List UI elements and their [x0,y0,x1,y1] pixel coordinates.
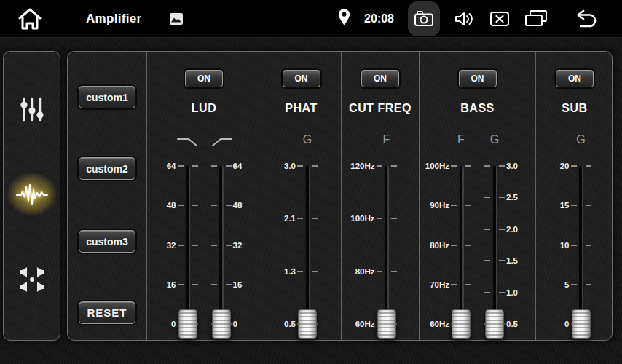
tick-dash [297,271,303,272]
tick-dash [571,245,577,246]
tick-dash [465,284,471,285]
fader-track[interactable] [460,166,462,324]
tick-dash [297,218,303,219]
speaker-balance-icon [18,266,46,293]
channel-sub: ONSUBG20151050 [535,52,613,340]
tick-dash [226,245,232,246]
tick-dash [192,245,198,246]
tick-dash [484,197,490,198]
tick-dash [211,284,217,285]
recent-apps-button[interactable] [524,9,548,28]
wallpaper-button[interactable] [169,12,184,25]
tick-dash [312,271,318,272]
volume-button[interactable] [454,10,476,28]
tick-dash [499,260,505,261]
tick-dash [211,245,217,246]
tick-label: 64 [141,161,176,171]
tick-label: 80Hz [414,240,449,250]
tick-dash [499,292,505,293]
screenshot-button[interactable] [408,1,440,36]
channel-title: LUD [147,102,261,115]
tick-label: 32 [141,240,176,250]
tick-dash [178,165,184,167]
tick-dash [586,284,591,285]
slider-gain-label: G [480,133,509,146]
volume-icon [454,10,476,28]
channel-cut-freq: ONCUT FREQF120Hz100Hz80Hz60Hz [341,52,419,340]
tick-label: 10 [535,240,570,250]
lowpass-curve-icon [176,136,200,151]
tick-dash [192,205,198,206]
sidebar-item-sound-effects[interactable] [9,173,55,215]
tick-dash [226,284,232,285]
tick-dash [499,197,505,198]
tick-dash [211,165,217,167]
equalizer-sliders-icon [19,95,45,123]
tick-label: 60Hz [414,319,449,329]
fader-thumb[interactable] [485,309,504,339]
tick-label: 0 [141,319,176,329]
fader-track[interactable] [186,166,189,324]
sidebar-item-equalizer[interactable] [9,88,55,130]
channel-phat: ONPHATG3.02.11.30.5 [261,52,341,340]
tick-label: 0 [535,319,570,329]
preset-custom2-button[interactable]: custom2 [79,157,135,180]
tick-dash [499,229,505,230]
on-button-sub[interactable]: ON [556,70,594,87]
clock[interactable]: 20:08 [364,12,394,25]
on-button-phat[interactable]: ON [283,70,320,87]
preset-custom1-button[interactable]: custom1 [79,86,135,108]
fader-track[interactable] [307,166,309,324]
page-title: Amplifier [86,12,141,26]
sidebar-item-speaker-balance[interactable] [9,258,55,301]
fader-thumb[interactable] [212,309,231,339]
slider-gain-label: G [293,133,322,146]
tick-dash [586,245,591,246]
tick-label: 15 [535,200,570,210]
tick-dash [586,165,591,167]
tick-label: 2.1 [261,213,296,223]
tick-dash [391,165,397,167]
highpass-curve-icon [210,136,233,151]
waveform-icon [15,181,49,207]
fader-track[interactable] [385,166,387,324]
tick-dash [391,218,397,219]
tick-dash [226,165,232,167]
tick-label: 100Hz [340,213,375,223]
tick-label: 3.0 [261,161,296,171]
tick-dash [465,245,471,246]
fader-thumb[interactable] [298,309,317,339]
fader-thumb[interactable] [178,309,197,339]
tick-label: 120Hz [340,161,375,171]
slider-gain-label: F [446,133,476,146]
fader-track[interactable] [494,166,496,324]
fader-track[interactable] [580,166,582,324]
channel-title: CUT FREQ [342,102,419,115]
reset-button[interactable]: RESET [79,301,135,324]
tick-dash [586,205,591,206]
channel-lud: ONLUD644832160644832160 [146,52,261,340]
on-button-cut-freq[interactable]: ON [361,70,399,87]
tick-dash [571,284,577,285]
back-icon [571,9,600,28]
preset-custom3-button[interactable]: custom3 [79,230,135,253]
tick-dash [377,271,382,272]
back-button[interactable] [571,9,600,28]
tick-dash [465,205,471,206]
tick-dash [484,292,490,293]
tick-label: 100Hz [414,161,449,171]
close-app-button[interactable] [489,10,510,28]
slider-gain-label: F [372,133,401,146]
recent-apps-icon [524,9,548,28]
home-button[interactable] [17,7,42,31]
tick-label: 60Hz [340,319,375,329]
tick-dash [484,165,490,167]
tick-dash [192,284,198,285]
home-icon [17,7,42,31]
fader-track[interactable] [220,166,222,324]
on-button-bass[interactable]: ON [459,70,497,87]
fader-thumb[interactable] [452,309,471,339]
fader-thumb[interactable] [377,309,396,339]
on-button-lud[interactable]: ON [185,70,223,87]
fader-thumb[interactable] [572,309,591,339]
